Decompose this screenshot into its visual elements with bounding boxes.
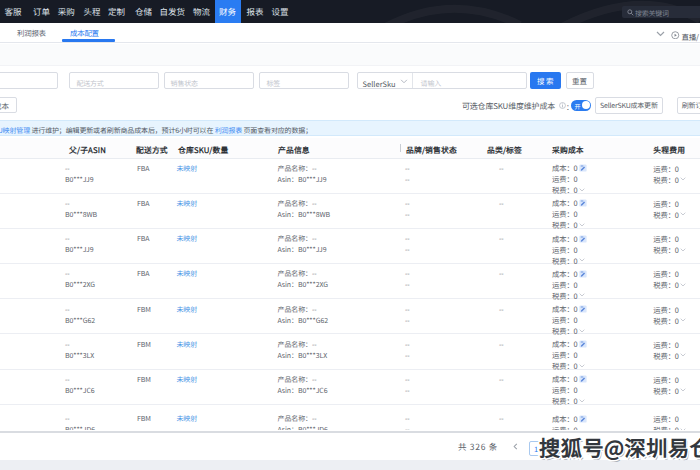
svg-text:搜狐号@深圳易仓科: 搜狐号@深圳易仓科 <box>539 431 700 462</box>
